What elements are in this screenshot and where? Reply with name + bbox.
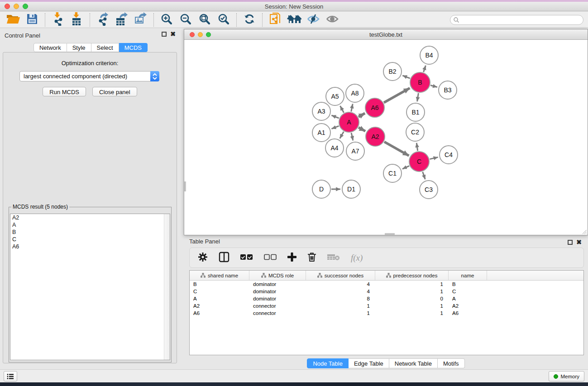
graph-edge-B-B2[interactable] xyxy=(402,76,410,78)
result-item[interactable]: A2 xyxy=(10,214,170,221)
graph-edge-B-B4[interactable] xyxy=(424,66,426,72)
tab-mcds[interactable]: MCDS xyxy=(119,43,148,52)
graph-edge-A-A6[interactable] xyxy=(359,113,365,117)
graph-node-C3[interactable]: C3 xyxy=(420,181,438,199)
column-header-shared-name[interactable]: shared name xyxy=(190,271,249,280)
graph-edge-C-C1[interactable] xyxy=(402,166,409,169)
table-cell[interactable]: dominator xyxy=(249,295,306,302)
table-cell[interactable]: 1 xyxy=(375,310,449,317)
graph-node-A1[interactable]: A1 xyxy=(312,124,330,142)
graph-node-A7[interactable]: A7 xyxy=(346,142,364,160)
column-header-successor-nodes[interactable]: successor nodes xyxy=(306,271,375,280)
save-session-button[interactable] xyxy=(23,13,42,27)
table-cell[interactable]: C xyxy=(190,288,249,295)
network-canvas[interactable]: AA1A2A3A4A5A6A7A8BB1B2B3B4CC1C2C3C4DD1 xyxy=(184,40,588,235)
select-all-button[interactable] xyxy=(240,250,253,266)
graph-node-B[interactable]: B xyxy=(410,72,430,92)
float-table-panel-icon[interactable] xyxy=(568,240,573,245)
network-file-button[interactable] xyxy=(266,13,285,27)
graph-node-A6[interactable]: A6 xyxy=(365,98,384,117)
memory-button[interactable]: Memory xyxy=(549,371,584,381)
table-row[interactable]: Bdominator41B xyxy=(190,281,583,288)
graph-edge-A-A5[interactable] xyxy=(340,106,344,113)
result-scrollbar[interactable] xyxy=(164,214,170,360)
graph-edge-A-A7[interactable] xyxy=(351,133,353,140)
columns-button[interactable] xyxy=(219,250,229,266)
graph-edge-B-B3[interactable] xyxy=(430,85,437,87)
zoom-in-button[interactable] xyxy=(157,13,176,27)
optimization-dropdown[interactable]: largest connected component (directed) xyxy=(19,71,159,81)
table-cell[interactable]: 0 xyxy=(375,295,449,302)
table-cell[interactable]: 1 xyxy=(306,302,375,310)
graph-node-C[interactable]: C xyxy=(409,152,429,172)
graph-node-D1[interactable]: D1 xyxy=(342,180,360,198)
export-network-button[interactable] xyxy=(93,13,112,27)
table-cell[interactable]: A6 xyxy=(190,310,249,317)
column-header-name[interactable]: name xyxy=(449,271,487,280)
zoom-selected-button[interactable] xyxy=(214,13,233,27)
graph-edge-C-C4[interactable] xyxy=(430,157,438,159)
graph-edge-A-A2[interactable] xyxy=(359,128,365,131)
zoom-out-button[interactable] xyxy=(176,13,195,27)
table-cell[interactable]: dominator xyxy=(249,281,306,288)
table-cell[interactable]: A2 xyxy=(449,302,487,310)
graph-node-B1[interactable]: B1 xyxy=(406,103,425,121)
close-panel-button[interactable]: Close panel xyxy=(92,87,137,96)
graph-node-D[interactable]: D xyxy=(312,180,330,198)
tab-edge-table[interactable]: Edge Table xyxy=(349,358,389,368)
add-column-button[interactable] xyxy=(287,250,296,266)
graph-node-C4[interactable]: C4 xyxy=(440,146,458,164)
table-cell[interactable]: 1 xyxy=(375,288,449,295)
hide-graphics-button[interactable] xyxy=(304,13,323,27)
horizontal-scroll-nub[interactable] xyxy=(385,233,395,235)
table-cell[interactable]: C xyxy=(449,288,487,295)
graph-edge-C-C3[interactable] xyxy=(423,172,425,180)
table-cell[interactable]: 1 xyxy=(306,310,375,317)
deselect-all-button[interactable] xyxy=(264,250,277,266)
import-network-button[interactable] xyxy=(48,13,67,27)
graph-node-A4[interactable]: A4 xyxy=(325,139,344,157)
table-cell[interactable]: 1 xyxy=(375,302,449,310)
result-item[interactable]: A xyxy=(10,221,170,229)
search-box[interactable] xyxy=(450,15,583,25)
close-table-panel-icon[interactable]: ✖ xyxy=(576,240,582,245)
float-panel-icon[interactable] xyxy=(162,32,167,37)
table-row[interactable]: A6connector11A6 xyxy=(190,310,583,317)
table-cell[interactable]: 1 xyxy=(375,281,449,288)
graph-edge-A-A1[interactable] xyxy=(331,126,339,129)
table-cell[interactable]: A xyxy=(449,295,487,302)
tab-motifs[interactable]: Motifs xyxy=(438,358,465,368)
graph-edge-C-C2[interactable] xyxy=(416,143,417,151)
search-input[interactable] xyxy=(461,17,574,23)
graph-node-A[interactable]: A xyxy=(339,112,359,132)
table-row[interactable]: A2connector11A2 xyxy=(190,302,583,310)
table-cell[interactable]: 4 xyxy=(306,281,375,288)
table-cell[interactable]: connector xyxy=(249,302,306,310)
result-item[interactable]: B xyxy=(10,229,170,236)
graph-node-B4[interactable]: B4 xyxy=(420,46,438,64)
table-cell[interactable]: B xyxy=(190,281,249,288)
table-cell[interactable]: A2 xyxy=(190,302,249,310)
table-row[interactable]: Cdominator41C xyxy=(190,288,583,295)
resize-grip-icon[interactable] xyxy=(581,228,587,234)
export-table-button[interactable] xyxy=(112,13,131,27)
home-button[interactable] xyxy=(285,13,304,27)
mcds-result-list[interactable]: A2ABCA6 xyxy=(10,214,170,360)
graph-node-A8[interactable]: A8 xyxy=(346,84,364,102)
column-header-MCDS-role[interactable]: MCDS role xyxy=(249,271,306,280)
graph-node-C2[interactable]: C2 xyxy=(406,123,424,141)
import-table-button[interactable] xyxy=(67,13,86,27)
tab-select[interactable]: Select xyxy=(91,43,119,52)
table-cell[interactable]: 4 xyxy=(306,288,375,295)
graph-node-B2[interactable]: B2 xyxy=(383,62,402,81)
graph-edge-A-A8[interactable] xyxy=(351,104,353,112)
close-panel-icon[interactable]: ✖ xyxy=(170,32,176,37)
tab-network[interactable]: Network xyxy=(33,43,67,52)
graph-node-B3[interactable]: B3 xyxy=(439,81,457,99)
graph-node-A5[interactable]: A5 xyxy=(326,87,344,105)
table-cell[interactable]: A6 xyxy=(449,310,487,317)
table-cell[interactable]: A xyxy=(190,295,249,302)
table-cell[interactable]: dominator xyxy=(249,288,306,295)
network-window-titlebar[interactable]: testGlobe.txt xyxy=(184,29,588,40)
vertical-scroll-nub[interactable] xyxy=(184,181,186,191)
